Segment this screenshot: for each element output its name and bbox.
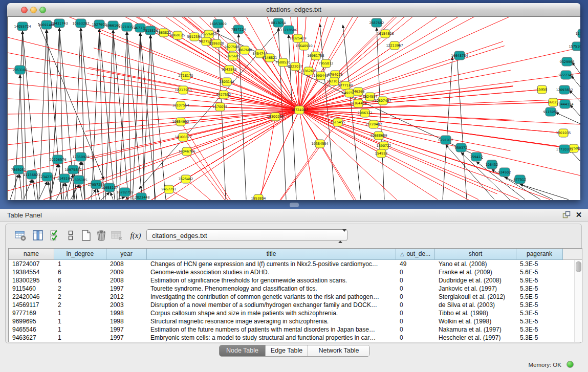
table-cell-in_degree[interactable]: 6 — [54, 268, 106, 276]
external-node[interactable]: 9329966 — [560, 57, 575, 66]
panel-splitter-handle[interactable] — [290, 203, 299, 207]
network-edge[interactable] — [97, 189, 100, 200]
table-cell-year[interactable]: 2008 — [106, 276, 147, 285]
column-header-out_degree[interactable]: △ out_de... — [396, 249, 435, 260]
external-node[interactable]: 7515526 — [143, 26, 158, 35]
table-cell-title[interactable]: Embryonic stem cells: a model to study s… — [147, 334, 396, 342]
table-cell-name[interactable]: 9463627 — [9, 334, 54, 342]
table-row[interactable]: 1830029562008Estimation of significance … — [9, 276, 582, 285]
table-cell-in_degree[interactable]: 6 — [54, 276, 106, 285]
paper-node[interactable]: 1890722 — [377, 142, 391, 150]
table-row[interactable]: 946362711997Embryonic stem cells: a mode… — [9, 334, 582, 342]
table-cell-out_degree[interactable]: 0 — [396, 276, 435, 285]
paper-node[interactable]: 19166827 — [175, 133, 191, 141]
table-selector-dropdown[interactable]: citations_edges.txt — [146, 229, 347, 241]
table-cell-pagerank[interactable]: 5.3E-5 — [516, 334, 563, 342]
column-header-year[interactable]: year — [106, 249, 147, 260]
table-cell-short[interactable]: Dudbridge et al. (2008) — [435, 276, 516, 285]
table-cell-pagerank[interactable]: 5.5E-5 — [516, 293, 563, 301]
table-cell-title[interactable]: Disruption of a novel member of a sodium… — [147, 301, 396, 309]
network-edge[interactable] — [10, 174, 18, 200]
table-cell-in_degree[interactable]: 1 — [54, 309, 106, 317]
external-node[interactable]: 7857224 — [231, 25, 246, 34]
column-header-name[interactable]: name — [9, 249, 54, 260]
float-panel-icon[interactable] — [562, 211, 571, 219]
external-node[interactable]: 159412 — [470, 152, 483, 161]
network-edge[interactable] — [570, 91, 580, 102]
table-cell-out_degree[interactable]: 0 — [396, 293, 435, 301]
network-edge[interactable] — [556, 113, 580, 124]
table-cell-pagerank[interactable]: 5.3E-5 — [516, 325, 563, 334]
network-edge[interactable] — [443, 57, 452, 200]
table-cell-name[interactable]: 22420046 — [9, 293, 54, 301]
table-cell-in_degree[interactable]: 1 — [54, 325, 106, 334]
table-cell-in_degree[interactable]: 1 — [54, 260, 106, 268]
network-edge[interactable] — [457, 57, 467, 200]
close-panel-icon[interactable]: ✕ — [575, 210, 583, 220]
network-edge[interactable] — [39, 182, 47, 200]
citation-edge[interactable] — [169, 189, 254, 200]
paper-node[interactable]: 1953804 — [251, 194, 266, 200]
column-header-title[interactable]: title — [147, 249, 396, 260]
table-cell-short[interactable]: Hescheler et al. (1997) — [435, 334, 516, 342]
table-cell-year[interactable]: 2012 — [106, 293, 147, 301]
table-cell-year[interactable]: 2009 — [106, 268, 147, 276]
paper-node[interactable]: 15958 — [537, 85, 548, 94]
select-columns-button[interactable] — [31, 229, 45, 242]
table-cell-title[interactable]: Changes of HCN gene expression and I(f) … — [147, 260, 396, 268]
table-cell-name[interactable]: 18300295 — [9, 276, 54, 285]
citation-edge[interactable] — [299, 110, 574, 148]
paper-node[interactable]: 2803144 — [220, 78, 234, 86]
table-row[interactable]: 977716911998Corpus callosum shape and si… — [9, 309, 582, 317]
table-options-button[interactable] — [14, 229, 27, 242]
citation-edge[interactable] — [69, 17, 299, 110]
network-edge[interactable] — [133, 33, 140, 200]
table-cell-name[interactable]: 18724007 — [9, 260, 54, 268]
table-row[interactable]: 1938455462009Genome-wide association stu… — [9, 268, 582, 276]
table-cell-short[interactable]: Franke et al. (2009) — [435, 268, 516, 276]
paper-node[interactable]: 18325419 — [289, 34, 306, 42]
external-node[interactable]: 1527602 — [92, 20, 107, 29]
table-cell-in_degree[interactable]: 2 — [54, 285, 106, 293]
paper-node[interactable]: 154932 — [375, 149, 388, 158]
column-header-short[interactable]: short — [435, 249, 516, 260]
table-cell-title[interactable]: Corpus callosum shape and size in male p… — [147, 309, 396, 317]
table-cell-short[interactable]: Nakamura et al. (1997) — [435, 325, 516, 334]
citation-edge[interactable] — [8, 110, 299, 114]
column-header-pagerank[interactable]: pagerank — [516, 249, 563, 260]
external-node[interactable]: 2687682 — [369, 18, 384, 27]
paper-node[interactable]: 12213963 — [175, 86, 191, 94]
table-cell-short[interactable]: Yano et al. (2008) — [435, 260, 516, 268]
table-cell-title[interactable]: Structural magnetic resonance image aver… — [147, 317, 396, 325]
tab-network-table[interactable]: Network Table — [308, 345, 369, 356]
external-node[interactable]: 959372 — [455, 143, 468, 152]
table-cell-in_degree[interactable]: 2 — [54, 293, 106, 301]
table-cell-short[interactable]: Tibbo et al. (1998) — [435, 309, 516, 317]
network-canvas[interactable]: 1830029519384554151545518325419166409101… — [7, 17, 580, 200]
paper-node[interactable]: 9427552 — [216, 91, 231, 99]
network-edge[interactable] — [570, 105, 580, 116]
window-titlebar[interactable]: citations_edges.txt — [7, 3, 580, 17]
citation-edge[interactable] — [254, 117, 275, 200]
paper-node[interactable]: 2718170 — [179, 72, 193, 80]
citation-edge[interactable] — [186, 179, 254, 200]
table-cell-year[interactable]: 1997 — [106, 285, 147, 293]
citation-edge[interactable] — [299, 90, 542, 110]
network-edge[interactable] — [92, 29, 99, 200]
external-node[interactable]: 16053809 — [209, 19, 226, 28]
table-row[interactable]: 969969511998Structural magnetic resonanc… — [9, 317, 582, 325]
citation-edge[interactable] — [258, 110, 299, 199]
table-cell-year[interactable]: 2008 — [106, 260, 147, 268]
network-edge[interactable] — [105, 30, 113, 200]
delete-columns-button[interactable] — [95, 229, 108, 242]
function-builder-button[interactable]: f(x) — [127, 229, 144, 242]
external-node[interactable]: 1117304 — [576, 29, 580, 38]
paper-node[interactable]: 1170055 — [213, 103, 228, 111]
table-cell-pagerank[interactable]: 5.3E-5 — [516, 301, 563, 309]
citation-edge[interactable] — [183, 137, 254, 200]
external-node[interactable]: 14055724 — [14, 22, 31, 31]
table-cell-name[interactable]: 9115460 — [9, 285, 54, 293]
network-edge[interactable] — [20, 75, 24, 200]
paper-node[interactable]: 1201035 — [556, 129, 571, 137]
table-cell-name[interactable]: 9699695 — [9, 317, 54, 325]
